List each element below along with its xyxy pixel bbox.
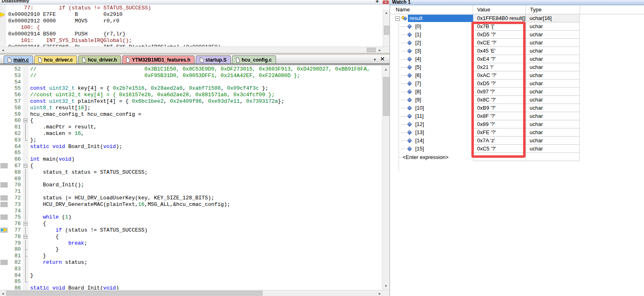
watch-row[interactable]: [10]0xB9 '?'uchar: [390, 104, 644, 112]
scroll-up-icon[interactable]: ▲: [385, 11, 388, 15]
breakpoint-margin[interactable]: [0, 246, 9, 253]
watch-name-cell[interactable]: [0]: [390, 22, 473, 31]
editor-line[interactable]: 57const uint32_t plainText[4] = { 0x6bc1…: [0, 98, 382, 105]
tab-hcu-driver-c[interactable]: hcu_driver.c: [34, 55, 77, 64]
pin-button[interactable]: +: [375, 0, 379, 4]
watch-row[interactable]: [5]0x21 '!'uchar: [390, 63, 644, 71]
watch-row-enter-expression[interactable]: <Enter expression>: [390, 153, 644, 161]
watch-type-cell[interactable]: uchar: [526, 46, 580, 55]
fold-margin[interactable]: [23, 92, 28, 98]
fold-margin[interactable]: [23, 105, 28, 111]
fold-margin[interactable]: [23, 182, 28, 188]
watch-row[interactable]: [8]0x97 '?'uchar: [390, 88, 644, 96]
fold-margin[interactable]: [23, 285, 28, 290]
disassembly-line[interactable]: 77: if (status != STATUS_SUCCESS): [8, 5, 382, 11]
tab-hcu-driver-h[interactable]: hcu_driver.h: [78, 55, 121, 64]
watch-name-cell[interactable]: [5]: [390, 63, 473, 71]
watch-value-cell[interactable]: 0xC5 '?': [473, 144, 526, 153]
editor-horizontal-scrollbar[interactable]: ◄ ►: [0, 290, 390, 296]
fold-collapse-icon[interactable]: [24, 119, 27, 122]
watch-row[interactable]: [15]0xC5 '?'uchar: [390, 145, 644, 153]
watch-value-cell[interactable]: 0xAC '?': [473, 71, 526, 80]
fold-margin[interactable]: [23, 79, 28, 86]
breakpoint-margin[interactable]: [0, 214, 9, 221]
watch-type-cell[interactable]: uchar: [526, 120, 580, 128]
watch-type-cell[interactable]: uchar: [526, 136, 580, 145]
breakpoint-margin[interactable]: [0, 98, 9, 105]
tab-close-icon[interactable]: ✕: [380, 56, 385, 62]
fold-margin[interactable]: [23, 227, 28, 234]
breakpoint-margin[interactable]: [0, 66, 9, 73]
editor-line[interactable]: 73 HCU_DRV_GenerateMAC(plainText,16,MSG_…: [0, 201, 382, 208]
watch-value-cell[interactable]: 0x7B '{': [473, 22, 526, 31]
watch-type-cell[interactable]: uchar: [526, 55, 580, 63]
disassembly-titlebar[interactable]: Disassembly + x: [0, 0, 390, 4]
breakpoint-margin[interactable]: [0, 137, 9, 144]
watch-name-cell[interactable]: [6]: [390, 71, 473, 80]
watch-row[interactable]: [14]0x7A 'z'uchar: [390, 137, 644, 145]
watch-name-cell[interactable]: [14]: [390, 137, 473, 145]
fold-margin[interactable]: [23, 272, 28, 279]
scrollbar-thumb[interactable]: [384, 26, 389, 35]
tab-main-c[interactable]: main.c: [4, 55, 33, 64]
watch-value-cell[interactable]: 0x21 '!': [473, 63, 526, 71]
code-editor[interactable]: 52// 0x3B1C1E50, 0x8C53E9D0, 0xDF273015,…: [0, 64, 390, 290]
watch-type-cell[interactable]: uchar: [526, 128, 580, 137]
disassembly-body[interactable]: 77: if (status != STATUS_SUCCESS)0x00002…: [0, 4, 390, 46]
fold-margin[interactable]: [23, 156, 28, 163]
breakpoint-margin[interactable]: [0, 285, 9, 290]
editor-line[interactable]: 78 {: [0, 234, 382, 240]
watch-name-cell[interactable]: [10]: [390, 104, 473, 112]
fold-margin[interactable]: [23, 234, 28, 240]
fold-margin[interactable]: [23, 208, 28, 214]
watch-name-cell[interactable]: [13]: [390, 128, 473, 137]
tab-ytm32b1md1-features-h[interactable]: YTM32B1MD1_features.h: [122, 55, 194, 64]
watch-row[interactable]: [1]0xD5 '?'uchar: [390, 31, 644, 39]
watch-row[interactable]: [9]0x8C '?'uchar: [390, 96, 644, 104]
watch-type-cell[interactable]: [526, 152, 580, 161]
scroll-left-icon[interactable]: ◄: [1, 49, 4, 52]
watch-name-cell[interactable]: [11]: [390, 112, 473, 120]
watch-row-result[interactable]: result0x1FFE84B0 result[] "{...uchar[16]: [390, 14, 644, 22]
watch-row[interactable]: [7]0xD5 '?'uchar: [390, 80, 644, 88]
editor-line[interactable]: 62 .macLen = 16,: [0, 130, 382, 137]
fold-margin[interactable]: [23, 246, 28, 253]
watch-name-cell[interactable]: [9]: [390, 96, 473, 104]
disassembly-vertical-scrollbar[interactable]: ▲ ▼: [383, 9, 390, 46]
watch-row[interactable]: [13]0xFE '?'uchar: [390, 128, 644, 137]
tab-startup-s[interactable]: startup.S: [196, 55, 231, 64]
breakpoint-margin[interactable]: [0, 266, 9, 272]
watch-value-cell[interactable]: 0x97 '?': [473, 87, 526, 96]
watch-type-cell[interactable]: uchar: [526, 87, 580, 96]
watch-type-cell[interactable]: uchar: [526, 112, 580, 120]
fold-margin[interactable]: [23, 73, 28, 79]
editor-line[interactable]: 68 status_t status = STATUS_SUCCESS;: [0, 169, 382, 176]
editor-line[interactable]: 86static void Board_Init(void): [0, 285, 382, 290]
breakpoint-margin[interactable]: [0, 272, 9, 279]
editor-line[interactable]: 54: [0, 79, 382, 86]
watch-name-cell[interactable]: [3]: [390, 47, 473, 55]
watch-type-cell[interactable]: uchar: [526, 144, 580, 153]
editor-line[interactable]: 55const uint32_t key[4] = { 0x2b7e1516, …: [0, 85, 382, 92]
watch-type-cell[interactable]: uchar: [526, 63, 580, 71]
editor-line[interactable]: 69: [0, 176, 382, 182]
watch-type-cell[interactable]: uchar: [526, 38, 580, 47]
fold-collapse-icon[interactable]: [24, 222, 27, 225]
breakpoint-margin[interactable]: [0, 278, 9, 285]
close-panel-button[interactable]: x: [383, 0, 389, 4]
editor-line[interactable]: 52// 0x3B1C1E50, 0x8C53E9D0, 0xDF273015,…: [0, 66, 382, 73]
fold-margin[interactable]: [23, 195, 28, 201]
breakpoint-margin[interactable]: [0, 73, 9, 79]
fold-margin[interactable]: [23, 253, 28, 259]
watch-name-cell[interactable]: [12]: [390, 120, 473, 128]
fold-margin[interactable]: [23, 66, 28, 73]
fold-margin[interactable]: [23, 214, 28, 221]
editor-line[interactable]: 56//const uint32_t key[4] = { 0x16157e2b…: [0, 92, 382, 98]
watch-value-cell[interactable]: 0xFE '?': [473, 128, 526, 137]
column-header-name[interactable]: Name: [390, 5, 473, 14]
editor-line[interactable]: 75 while (1): [0, 214, 382, 221]
watch-value-cell[interactable]: 0x7A 'z': [473, 136, 526, 145]
watch-name-cell[interactable]: [15]: [390, 145, 473, 153]
fold-margin[interactable]: [23, 150, 28, 156]
watch-value-cell[interactable]: 0x89 '?': [473, 120, 526, 128]
